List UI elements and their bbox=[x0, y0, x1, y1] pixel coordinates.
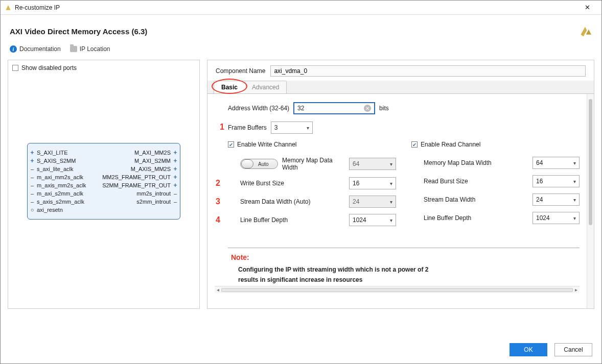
documentation-link[interactable]: i Documentation bbox=[10, 45, 61, 53]
clear-icon[interactable]: ✕ bbox=[364, 105, 371, 112]
chevron-down-icon: ▾ bbox=[573, 160, 576, 166]
read-lbuf-select[interactable]: 1024▾ bbox=[532, 212, 580, 224]
address-width-unit: bits bbox=[379, 105, 389, 112]
tab-basic[interactable]: Basic bbox=[214, 81, 245, 93]
write-burst-row: 2 Write Burst Size 16▾ bbox=[240, 177, 396, 189]
note-title: Note: bbox=[231, 253, 576, 261]
port-right: M_AXIS_MM2S+ bbox=[131, 165, 178, 173]
frame-buffers-row: 1 Frame Buffers 3▾ bbox=[228, 122, 580, 134]
checkbox-checked-icon: ✔ bbox=[228, 141, 234, 148]
app-icon bbox=[5, 4, 12, 11]
read-lbuf-row: Line Buffer Depth 1024▾ bbox=[424, 212, 580, 224]
port-left: –s_axi_lite_aclk bbox=[30, 165, 74, 173]
port-left: –m_axi_mm2s_aclk bbox=[30, 173, 83, 181]
recustomize-ip-window: Re-customize IP ✕ AXI Video Direct Memor… bbox=[0, 0, 602, 364]
chevron-down-icon: ▾ bbox=[390, 161, 392, 167]
tab-advanced[interactable]: Advanced bbox=[245, 81, 286, 93]
note-line: results in significant increase in resou… bbox=[238, 275, 576, 285]
write-channel-group: ✔ Enable Write Channel Auto Memory Map D… bbox=[228, 141, 396, 232]
chevron-down-icon: ▾ bbox=[390, 199, 392, 205]
port-left: –m_axis_mm2s_aclk bbox=[30, 181, 86, 189]
chevron-down-icon: ▾ bbox=[573, 179, 576, 184]
write-lbuf-row: 4 Line Buffer Depth 1024▾ bbox=[240, 214, 396, 226]
write-lbuf-select[interactable]: 1024▾ bbox=[349, 214, 396, 226]
port-right: S2MM_FRAME_PTR_OUT+ bbox=[102, 181, 178, 189]
scroll-thumb[interactable] bbox=[589, 99, 592, 225]
note-line: Configuring the IP with streaming width … bbox=[238, 264, 576, 275]
annotation-3: 3 bbox=[216, 197, 220, 206]
annotation-4: 4 bbox=[216, 215, 220, 225]
port-left: ○axi_resetn bbox=[30, 206, 63, 214]
window-title: Re-customize IP bbox=[15, 4, 577, 11]
config-pane: Component Name Basic Advanced Address Wi… bbox=[207, 60, 594, 309]
annotation-1: 1 bbox=[220, 123, 224, 132]
scroll-right-icon[interactable]: ▸ bbox=[575, 287, 577, 293]
info-icon: i bbox=[10, 45, 17, 53]
port-left: –m_axi_s2mm_aclk bbox=[30, 189, 83, 198]
chevron-down-icon: ▾ bbox=[573, 197, 576, 203]
page-title: AXI Video Direct Memory Access (6.3) bbox=[10, 27, 578, 36]
basic-tab-panel: Address Width (32-64) 32 ✕ bits 1 Frame … bbox=[207, 94, 587, 308]
titlebar: Re-customize IP ✕ bbox=[1, 1, 601, 15]
component-name-label: Component Name bbox=[216, 67, 265, 75]
chevron-down-icon: ▾ bbox=[390, 217, 392, 223]
ip-block-symbol: +S_AXI_LITE +S_AXIS_S2MM –s_axi_lite_acl… bbox=[27, 143, 180, 220]
port-right: mm2s_introut– bbox=[136, 189, 178, 198]
port-right: M_AXI_MM2S+ bbox=[134, 149, 178, 157]
address-width-input[interactable]: 32 ✕ bbox=[293, 102, 375, 114]
annotation-2: 2 bbox=[216, 179, 220, 188]
ip-location-link[interactable]: IP Location bbox=[70, 45, 110, 53]
read-mm-width-row: Memory Map Data Width 64▾ bbox=[424, 157, 580, 169]
show-disabled-ports-checkbox[interactable]: Show disabled ports bbox=[12, 64, 195, 71]
checkbox-checked-icon: ✔ bbox=[411, 141, 418, 148]
enable-read-checkbox[interactable]: ✔ Enable Read Channel bbox=[411, 141, 580, 149]
block-diagram-pane: Show disabled ports +S_AXI_LITE +S_AXIS_… bbox=[8, 60, 200, 309]
port-left: –s_axis_s2mm_aclk bbox=[30, 198, 84, 206]
port-left: +S_AXIS_S2MM bbox=[30, 157, 76, 165]
chevron-down-icon: ▾ bbox=[307, 125, 309, 131]
component-name-row: Component Name bbox=[207, 60, 594, 81]
auto-toggle[interactable]: Auto bbox=[240, 159, 278, 169]
read-mm-width-select[interactable]: 64▾ bbox=[532, 157, 580, 169]
header: AXI Video Direct Memory Access (6.3) bbox=[1, 15, 601, 42]
write-stream-row: 3 Stream Data Width (Auto) 24▾ bbox=[240, 196, 396, 208]
dialog-buttons: OK Cancel bbox=[1, 337, 601, 363]
port-right: M_AXI_S2MM+ bbox=[134, 157, 178, 165]
write-burst-select[interactable]: 16▾ bbox=[349, 177, 396, 189]
read-channel-group: ✔ Enable Read Channel Memory Map Data Wi… bbox=[411, 141, 580, 232]
port-right: s2mm_introut– bbox=[136, 198, 178, 206]
chevron-down-icon: ▾ bbox=[390, 181, 392, 186]
enable-write-checkbox[interactable]: ✔ Enable Write Channel bbox=[228, 141, 396, 149]
folder-icon bbox=[70, 46, 77, 52]
address-width-row: Address Width (32-64) 32 ✕ bits bbox=[228, 102, 580, 114]
cancel-button[interactable]: Cancel bbox=[554, 343, 592, 356]
write-mm-width-select[interactable]: 64▾ bbox=[349, 158, 396, 170]
write-mm-width-row: Auto Memory Map Data Width 64▾ bbox=[240, 157, 396, 171]
ok-button[interactable]: OK bbox=[510, 343, 547, 356]
vendor-logo-icon bbox=[578, 25, 592, 37]
note-box: Note: Configuring the IP with streaming … bbox=[228, 248, 580, 286]
scroll-track[interactable] bbox=[221, 288, 573, 292]
read-burst-select[interactable]: 16▾ bbox=[532, 175, 580, 187]
horizontal-scrollbar[interactable]: ◂ ▸ bbox=[215, 286, 580, 293]
read-stream-select[interactable]: 24▾ bbox=[532, 193, 580, 206]
toggle-knob-icon bbox=[241, 159, 253, 168]
tabs: Basic Advanced bbox=[207, 81, 594, 94]
write-stream-select[interactable]: 24▾ bbox=[349, 196, 396, 208]
address-width-label: Address Width (32-64) bbox=[228, 105, 289, 112]
port-left: +S_AXI_LITE bbox=[30, 149, 68, 157]
read-burst-row: Read Burst Size 16▾ bbox=[424, 175, 580, 187]
frame-buffers-select[interactable]: 3▾ bbox=[271, 122, 313, 134]
read-stream-row: Stream Data Width 24▾ bbox=[424, 193, 580, 206]
content-area: Show disabled ports +S_AXI_LITE +S_AXIS_… bbox=[1, 60, 601, 337]
vertical-scrollbar[interactable] bbox=[587, 94, 594, 308]
port-right: MM2S_FRAME_PTR_OUT+ bbox=[102, 173, 178, 181]
chevron-down-icon: ▾ bbox=[573, 215, 576, 221]
component-name-input[interactable] bbox=[270, 65, 586, 77]
frame-buffers-label: Frame Buffers bbox=[228, 124, 267, 131]
scroll-left-icon[interactable]: ◂ bbox=[217, 287, 219, 293]
close-icon[interactable]: ✕ bbox=[577, 4, 597, 11]
infobar: i Documentation IP Location bbox=[1, 42, 601, 60]
checkbox-icon bbox=[12, 65, 18, 71]
